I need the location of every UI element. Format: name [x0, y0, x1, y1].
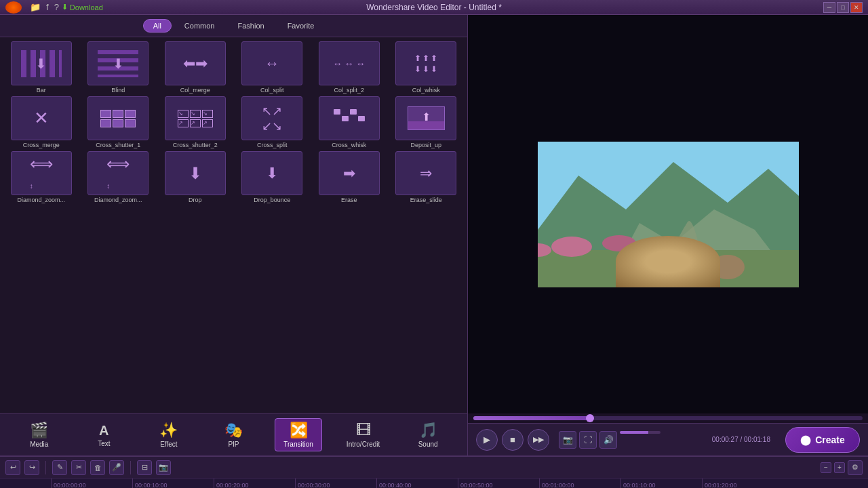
transition-col-split[interactable]: ↔ Col_split — [235, 41, 310, 94]
transition-crossshutter2-label: Cross_shutter_2 — [173, 142, 218, 148]
sound-icon: 🎵 — [419, 422, 437, 439]
redo-button[interactable]: ↪ — [24, 460, 39, 475]
split-button[interactable]: ⊟ — [137, 460, 152, 475]
ruler-mark-7: 00:01:10:00 — [620, 479, 702, 488]
transition-erase[interactable]: ➡ Erase — [312, 151, 387, 203]
transition-crosssplit-label: Cross_split — [257, 142, 288, 148]
edit-button[interactable]: ✎ — [52, 460, 67, 475]
tab-sound-label: Sound — [418, 441, 438, 448]
transition-diamond-zoom1[interactable]: ⟺↕ Diamond_zoom... — [4, 151, 79, 203]
snapshot-button[interactable]: 📷 — [156, 460, 171, 475]
volume-slider[interactable] — [620, 431, 660, 434]
tool-tabs: 🎬 Media A Text ✨ Effect 🎭 PIP 🔀 Transiti… — [0, 413, 467, 455]
help-icon[interactable]: ? — [54, 2, 59, 12]
minimize-button[interactable]: ─ — [823, 2, 835, 13]
download-label: Download — [70, 3, 103, 12]
tab-transition[interactable]: 🔀 Transition — [275, 418, 322, 451]
transition-crossmerge-label: Cross_merge — [23, 142, 60, 148]
transition-cross-whisk[interactable]: Cross_whisk — [312, 96, 387, 148]
transition-cross-split[interactable]: ↖↗↙↘ Cross_split — [235, 96, 310, 148]
zoom-out-button[interactable]: − — [821, 462, 831, 473]
filter-tab-favorite[interactable]: Favorite — [277, 19, 325, 33]
progress-knob[interactable] — [586, 414, 594, 422]
transition-colwhisk-label: Col_whisk — [412, 87, 440, 94]
transition-bar[interactable]: ⬇ Bar — [4, 41, 79, 94]
ruler-mark-4: 00:00:40:00 — [376, 479, 458, 488]
transition-col-merge[interactable]: ⬅➡ Col_merge — [158, 41, 233, 94]
transition-depositu-label: Deposit_up — [410, 142, 441, 148]
app-title: Wondershare Video Editor - Untitled * — [366, 3, 502, 12]
transition-drop-bounce[interactable]: ⬇ Drop_bounce — [235, 151, 310, 203]
tab-text[interactable]: A Text — [80, 420, 127, 450]
settings-button[interactable]: ⚙ — [848, 460, 863, 475]
transition-cross-shutter1[interactable]: Cross_shutter_1 — [81, 96, 156, 148]
create-icon: ⬤ — [800, 434, 811, 445]
right-panel: ▶ ■ ▶▶ 📷 ⛶ 🔊 00:00:27 / 00:01:18 ⬤ Creat… — [468, 15, 868, 455]
ruler-mark-3: 00:00:30:00 — [295, 479, 376, 488]
undo-button[interactable]: ↩ — [5, 460, 20, 475]
main-area: All Common Fashion Favorite ⬇ Bar ⬇ Blin… — [0, 15, 868, 455]
tab-transition-label: Transition — [283, 441, 313, 448]
transition-eraseslide-label: Erase_slide — [410, 197, 442, 203]
transition-colmerge-label: Col_merge — [180, 87, 210, 94]
tab-effect-label: Effect — [160, 441, 177, 448]
transition-col-whisk[interactable]: ⬆ ⬆ ⬆ ⬇ ⬇ ⬇ Col_whisk — [389, 41, 464, 94]
transitions-grid: ⬇ Bar ⬇ Blind ⬅➡ Col_merge ↔ — [0, 37, 467, 413]
transition-bar-label: Bar — [37, 87, 46, 94]
transition-cross-shutter2[interactable]: ↘ ↘ ↘ ↗ ↗ ↗ Cross_shutter_2 — [158, 96, 233, 148]
preview-video — [538, 142, 799, 287]
create-button[interactable]: ⬤ Create — [785, 427, 860, 453]
effect-icon: ✨ — [159, 422, 178, 439]
playback-controls: ▶ ■ ▶▶ 📷 ⛶ 🔊 00:00:27 / 00:01:18 ⬤ Creat… — [468, 423, 868, 455]
tab-intro-credit[interactable]: 🎞 Intro/Credit — [340, 419, 387, 451]
cut-button[interactable]: ✂ — [71, 460, 86, 475]
svg-point-4 — [551, 237, 592, 257]
ruler-mark-5: 00:00:50:00 — [458, 479, 539, 488]
transition-deposit-up[interactable]: ⬆ Deposit_up — [389, 96, 464, 148]
delete-button[interactable]: 🗑 — [90, 460, 105, 475]
forward-button[interactable]: ▶▶ — [528, 429, 549, 451]
close-button[interactable]: ✕ — [850, 2, 863, 13]
ruler-mark-1: 00:00:10:00 — [132, 479, 214, 488]
timeline: ↩ ↪ ✎ ✂ 🗑 🎤 ⊟ 📷 − + ⚙ 00:00:00:00 00:00:… — [0, 455, 868, 488]
transition-drop[interactable]: ⬇ Drop — [158, 151, 233, 203]
fullscreen-button[interactable]: ⛶ — [579, 431, 597, 449]
maximize-button[interactable]: □ — [837, 2, 849, 13]
transition-crosswhisk-label: Cross_whisk — [332, 142, 366, 148]
text-icon: A — [99, 423, 108, 439]
mic-button[interactable]: 🎤 — [109, 460, 124, 475]
progress-fill — [473, 416, 590, 420]
filter-tab-all[interactable]: All — [143, 19, 172, 33]
tab-sound[interactable]: 🎵 Sound — [404, 419, 452, 451]
transition-cross-merge[interactable]: ✕ Cross_merge — [4, 96, 79, 148]
folder-icon[interactable]: 📁 — [30, 2, 41, 12]
tab-pip[interactable]: 🎭 PIP — [210, 419, 257, 451]
filter-tab-common[interactable]: Common — [174, 19, 225, 33]
transition-blind[interactable]: ⬇ Blind — [81, 41, 156, 94]
play-button[interactable]: ▶ — [476, 429, 498, 451]
tab-media[interactable]: 🎬 Media — [16, 419, 63, 451]
transition-diamondzoom2-label: Diamond_zoom... — [94, 197, 142, 203]
screenshot-button[interactable]: 📷 — [559, 431, 576, 449]
transition-erase-slide[interactable]: ⇒ Erase_slide — [389, 151, 464, 203]
download-button[interactable]: Download — [62, 3, 103, 12]
filter-tab-fashion[interactable]: Fashion — [227, 19, 274, 33]
volume-button[interactable]: 🔊 — [599, 431, 617, 449]
transition-colsplit2-label: Col_split_2 — [334, 87, 364, 94]
tab-effect[interactable]: ✨ Effect — [145, 419, 193, 451]
left-panel: All Common Fashion Favorite ⬇ Bar ⬇ Blin… — [0, 15, 468, 455]
stop-button[interactable]: ■ — [502, 429, 524, 451]
app-logo — [5, 1, 22, 14]
transition-erase-label: Erase — [341, 197, 357, 203]
facebook-icon[interactable]: f — [46, 2, 49, 12]
tab-pip-label: PIP — [228, 441, 239, 448]
progress-track[interactable] — [473, 416, 863, 420]
transition-dropbounce-label: Drop_bounce — [254, 197, 290, 203]
zoom-in-button[interactable]: + — [834, 462, 845, 473]
progress-bar-area[interactable] — [468, 413, 868, 423]
transition-col-split2[interactable]: ↔ ↔ ↔ Col_split_2 — [312, 41, 387, 94]
ruler-mark-6: 00:01:00:00 — [539, 479, 620, 488]
media-icon: 🎬 — [30, 422, 48, 439]
transition-diamond-zoom2[interactable]: ⟺↕ Diamond_zoom... — [81, 151, 156, 203]
timeline-zoom: − + ⚙ — [821, 460, 863, 475]
